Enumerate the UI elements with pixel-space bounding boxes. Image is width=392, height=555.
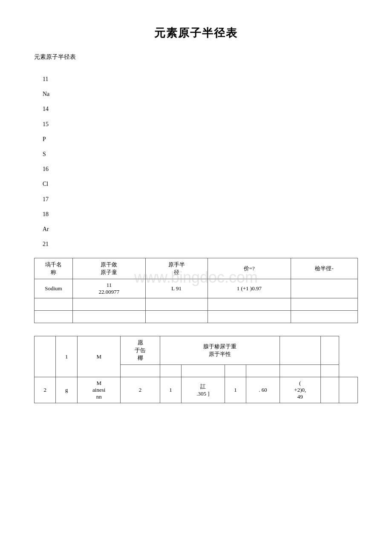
list-item: Ar <box>43 224 358 234</box>
t2-col3-header: 愿于缶椰 <box>121 336 160 365</box>
list-item: Cl <box>43 179 358 189</box>
list-item: Na <box>43 89 358 99</box>
cell-empty <box>208 298 291 311</box>
t2-cell-empty <box>280 365 320 377</box>
table-row: Sodium 1122.00977 L 91 1 (+1 )0.97 <box>35 279 358 298</box>
t2-col4-header: 腺于糁尿于重原于半性 <box>160 336 280 365</box>
cell-radius: L 91 <box>145 279 208 298</box>
t2-col-g: g <box>56 377 77 403</box>
t2-col-num1a: 1 <box>160 377 181 403</box>
table-header-row-2: 1 M 愿于缶椰 腺于糁尿于重原于半性 <box>35 336 358 365</box>
cell-empty <box>208 311 291 323</box>
t2-col-dot60: . 60 <box>246 377 280 403</box>
col-header-5: 檢半徑- <box>291 258 358 279</box>
t2-col-blank2 <box>339 377 358 403</box>
t2-col-num2: 2 <box>121 377 160 403</box>
cell-empty <box>35 298 73 311</box>
t2-cell-empty <box>225 365 246 377</box>
t2-col-mineral: Mainesinn <box>77 377 121 403</box>
col-header-3: 原手半径 <box>145 258 208 279</box>
list-item: 16 <box>43 164 358 174</box>
list-item: P <box>43 134 358 145</box>
table-row-2c: 2 g Mainesinn 2 1 訌.305 ] 1 . 60 (+2)0,4… <box>35 377 358 403</box>
list-item: 21 <box>43 239 358 249</box>
t2-cell-empty <box>160 365 181 377</box>
list-item: 18 <box>43 209 358 220</box>
cell-empty <box>145 298 208 311</box>
t2-col8-header <box>280 336 320 365</box>
cell-empty <box>73 311 146 323</box>
t2-row-num: 2 <box>35 377 56 403</box>
list-item: 11 <box>43 74 358 84</box>
t2-cell-empty <box>182 365 225 377</box>
cell-name: Sodium <box>35 279 73 298</box>
cell-empty <box>145 311 208 323</box>
table-row <box>35 298 358 311</box>
list-item: S <box>43 149 358 159</box>
col-header-2: 原干敛原子童 <box>73 258 146 279</box>
list-item: 15 <box>43 119 358 130</box>
t2-col-plus2: (+2)0,49 <box>280 377 320 403</box>
table2: 1 M 愿于缶椰 腺于糁尿于重原于半性 2 g Mainesinn <box>34 336 358 403</box>
cell-atomic: 1122.00977 <box>73 279 146 298</box>
t2-col3-label: M <box>77 336 121 377</box>
t2-col1-label <box>35 336 56 377</box>
list-item: 14 <box>43 104 358 114</box>
table1: 塙千名称 原干敛原子童 原手半径 价=? 檢半徑- Sodium 1122.00… <box>34 258 358 323</box>
t2-col2-label: 1 <box>56 336 77 377</box>
t2-col-num1b: 1 <box>225 377 246 403</box>
page-title: 元素原子半径表 <box>34 26 358 40</box>
cell-empty <box>291 311 358 323</box>
t2-col9-header <box>321 336 339 365</box>
t2-cell-empty <box>121 365 160 377</box>
table1-section: 塙千名称 原干敛原子童 原手半径 价=? 檢半徑- Sodium 1122.00… <box>34 258 358 323</box>
subtitle: 元素原子半径表 <box>34 53 358 61</box>
t2-cell-empty <box>321 365 339 377</box>
list-item: 17 <box>43 194 358 205</box>
table-row <box>35 311 358 323</box>
cell-empty <box>291 298 358 311</box>
cell-valence: 1 (+1 )0.97 <box>208 279 291 298</box>
cell-check <box>291 279 358 298</box>
table-header-row: 塙千名称 原干敛原子童 原手半径 价=? 檢半徑- <box>35 258 358 279</box>
col-header-1: 塙千名称 <box>35 258 73 279</box>
t2-col-val305: 訌.305 ] <box>182 377 225 403</box>
col-header-4: 价=? <box>208 258 291 279</box>
table2-section: 1 M 愿于缶椰 腺于糁尿于重原于半性 2 g Mainesinn <box>34 336 358 403</box>
cell-empty <box>73 298 146 311</box>
t2-cell-empty <box>246 365 280 377</box>
t2-col-blank1 <box>321 377 339 403</box>
cell-empty <box>35 311 73 323</box>
element-list: 11 Na 14 15 P S 16 Cl 17 18 Ar 21 <box>43 74 358 249</box>
